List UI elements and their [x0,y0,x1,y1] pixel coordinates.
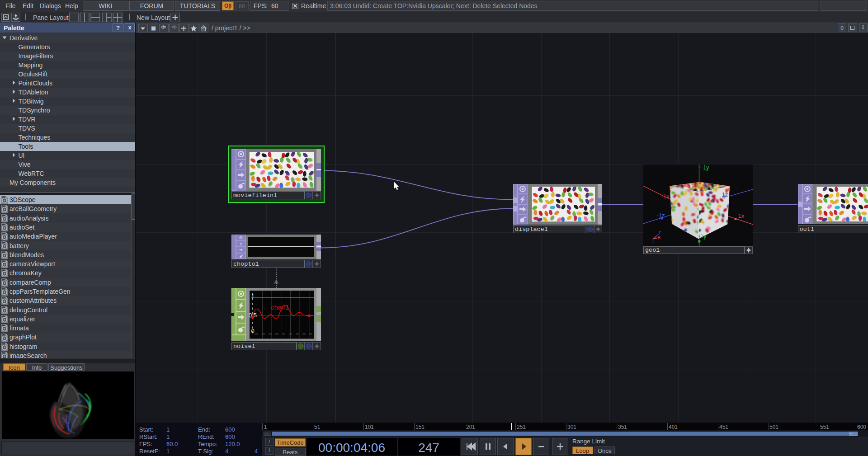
svg-text:y: y [651,244,654,246]
svg-text:1x: 1x [738,212,744,219]
svg-text:-1y: -1y [701,165,709,171]
svg-text:-1x: -1x [661,193,670,199]
svg-text:0: 0 [251,328,255,334]
svg-text:1z: 1z [722,191,728,197]
svg-text:chan1: chan1 [271,303,289,311]
svg-text:1: 1 [251,293,255,300]
svg-text:x: x [658,234,660,239]
svg-text:1y: 1y [700,233,706,239]
svg-text:-1z: -1z [656,212,665,218]
